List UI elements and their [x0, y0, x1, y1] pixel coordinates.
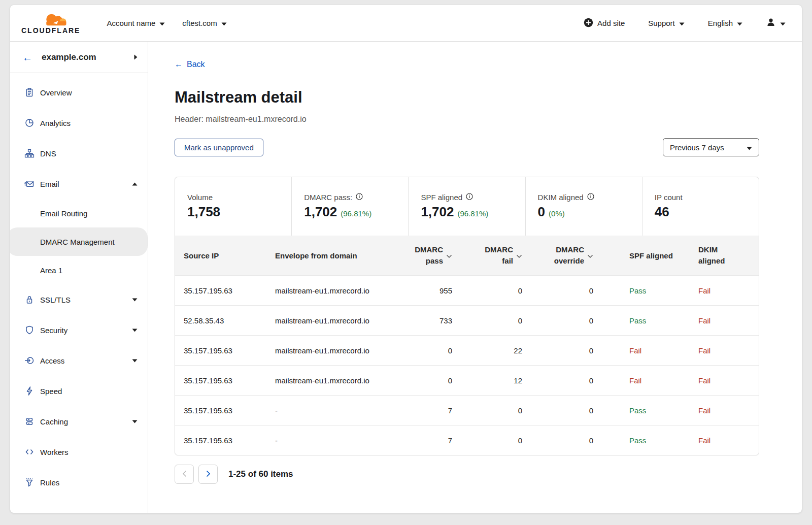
sidebar-item-email[interactable]: Email [10, 169, 148, 199]
sidebar-item-email-routing[interactable]: Email Routing [10, 199, 148, 227]
cell-source-ip: 35.157.195.63 [175, 376, 266, 385]
info-icon[interactable] [356, 193, 363, 202]
sidebar-site-header: ← example.com [10, 42, 148, 73]
cell-dmarc-override: 0 [530, 376, 601, 385]
cell-envelope-from: mailstream-eu1.mxrecord.io [266, 316, 399, 325]
language-menu[interactable]: English [706, 16, 745, 30]
sidebar-item-security[interactable]: Security [10, 315, 148, 345]
cell-dmarc-pass: 0 [399, 376, 460, 385]
site-switch-icon[interactable] [134, 54, 138, 60]
col-header-dmarc-fail[interactable]: DMARC fail [460, 244, 530, 267]
cell-dkim-aligned: Fail [680, 406, 759, 415]
cloudflare-logo[interactable]: CLOUDFLARE [21, 12, 80, 35]
chevron-down-icon [737, 19, 742, 27]
cell-spf-aligned: Fail [601, 376, 680, 385]
cell-spf-aligned: Fail [601, 346, 680, 355]
stat-ip-count: IP count 46 [642, 177, 759, 236]
chevron-down-icon [132, 420, 138, 423]
info-icon[interactable] [466, 193, 473, 202]
back-arrow-icon: ← [175, 60, 183, 69]
chevron-down-icon [221, 19, 227, 27]
sidebar: ← example.com Overview [10, 42, 148, 513]
add-site-button[interactable]: Add site [582, 15, 627, 32]
stat-dmarc-pass: DMARC pass: 1,702(96.81%) [291, 177, 408, 236]
sidebar-nav: Overview Analytics DNS [10, 73, 148, 498]
sort-chevron-icon [516, 254, 522, 258]
stat-volume: Volume 1,758 [175, 177, 291, 236]
cell-dmarc-fail: 0 [460, 406, 530, 415]
stat-dkim-aligned: DKIM aligned 0(0%) [525, 177, 642, 236]
pagination: 1-25 of 60 items [175, 465, 759, 499]
cell-dmarc-fail: 0 [460, 286, 530, 295]
cell-dmarc-pass: 955 [399, 286, 460, 295]
cell-envelope-from: mailstream-eu1.mxrecord.io [266, 376, 399, 385]
cell-dmarc-fail: 0 [460, 316, 530, 325]
cell-source-ip: 35.157.195.63 [175, 346, 266, 355]
col-header-envelope-from: Envelope from domain [266, 251, 399, 260]
pie-chart-icon [24, 118, 35, 128]
mailstream-data-card: Volume 1,758 DMARC pass: 1,702(96.81%) S… [175, 177, 759, 455]
table-row[interactable]: 35.157.195.63 - 7 0 0 Pass Fail [175, 425, 759, 455]
network-icon [24, 148, 35, 158]
main-content: ← Back Mailstream detail Header: mailstr… [148, 42, 802, 513]
col-header-dmarc-pass[interactable]: DMARC pass [399, 244, 460, 267]
app-window: CLOUDFLARE Account name cftest.com Add s… [10, 5, 802, 513]
col-header-dkim-aligned: DKIM aligned [680, 244, 759, 267]
chevron-up-icon [132, 182, 138, 186]
table-row[interactable]: 35.157.195.63 mailstream-eu1.mxrecord.io… [175, 365, 759, 395]
cell-envelope-from: mailstream-eu1.mxrecord.io [266, 286, 399, 295]
cell-dkim-aligned: Fail [680, 286, 759, 295]
info-icon[interactable] [587, 193, 594, 202]
support-menu[interactable]: Support [646, 16, 687, 30]
sidebar-item-access[interactable]: Access [10, 345, 148, 376]
account-menu[interactable]: Account name [105, 16, 167, 30]
clipboard-icon [24, 87, 35, 97]
table-row[interactable]: 35.157.195.63 - 7 0 0 Pass Fail [175, 395, 759, 425]
cell-dkim-aligned: Fail [680, 316, 759, 325]
col-header-dmarc-override[interactable]: DMARC override [530, 244, 601, 267]
sidebar-item-ssl-tls[interactable]: SSL/TLS [10, 284, 148, 315]
sidebar-item-overview[interactable]: Overview [10, 77, 148, 108]
sidebar-item-caching[interactable]: Caching [10, 406, 148, 437]
cell-dmarc-override: 0 [530, 346, 601, 355]
cell-spf-aligned: Pass [601, 436, 680, 445]
plus-circle-icon [584, 18, 593, 29]
cloudflare-cloud-icon [21, 12, 69, 26]
sidebar-item-workers[interactable]: Workers [10, 437, 148, 467]
chevron-down-icon [780, 19, 786, 27]
cell-dmarc-pass: 733 [399, 316, 460, 325]
sidebar-back-icon[interactable]: ← [22, 52, 32, 62]
funnel-icon [24, 477, 35, 487]
pagination-label: 1-25 of 60 items [228, 469, 293, 479]
sidebar-item-dmarc-management[interactable]: DMARC Management [10, 227, 148, 256]
cell-dmarc-fail: 22 [460, 346, 530, 355]
sidebar-item-area-1[interactable]: Area 1 [10, 256, 148, 284]
site-menu[interactable]: cftest.com [180, 16, 228, 30]
cell-dmarc-override: 0 [530, 406, 601, 415]
envelope-icon [24, 179, 35, 189]
next-page-button[interactable] [198, 465, 218, 484]
cell-dmarc-pass: 7 [399, 406, 460, 415]
chevron-down-icon [159, 19, 165, 27]
chevron-down-icon [132, 329, 138, 332]
table-row[interactable]: 35.157.195.63 mailstream-eu1.mxrecord.io… [175, 335, 759, 365]
back-link[interactable]: ← Back [175, 60, 205, 69]
table-row[interactable]: 35.157.195.63 mailstream-eu1.mxrecord.io… [175, 275, 759, 305]
sidebar-item-rules[interactable]: Rules [10, 467, 148, 498]
cell-dkim-aligned: Fail [680, 346, 759, 355]
stat-spf-aligned: SPF aligned 1,702(96.81%) [408, 177, 525, 236]
cloudflare-wordmark: CLOUDFLARE [21, 26, 80, 35]
chevron-down-icon [679, 19, 685, 27]
mark-unapproved-button[interactable]: Mark as unapproved [175, 139, 263, 156]
sidebar-item-speed[interactable]: Speed [10, 376, 148, 406]
user-menu[interactable] [764, 14, 788, 32]
cell-dmarc-pass: 0 [399, 346, 460, 355]
sidebar-item-dns[interactable]: DNS [10, 138, 148, 169]
chevron-down-icon [132, 359, 138, 363]
date-range-select[interactable]: Previous 7 days [663, 138, 759, 156]
cell-dmarc-override: 0 [530, 286, 601, 295]
sidebar-item-analytics[interactable]: Analytics [10, 108, 148, 138]
cell-source-ip: 52.58.35.43 [175, 316, 266, 325]
prev-page-button[interactable] [175, 465, 194, 484]
table-row[interactable]: 52.58.35.43 mailstream-eu1.mxrecord.io 7… [175, 305, 759, 335]
